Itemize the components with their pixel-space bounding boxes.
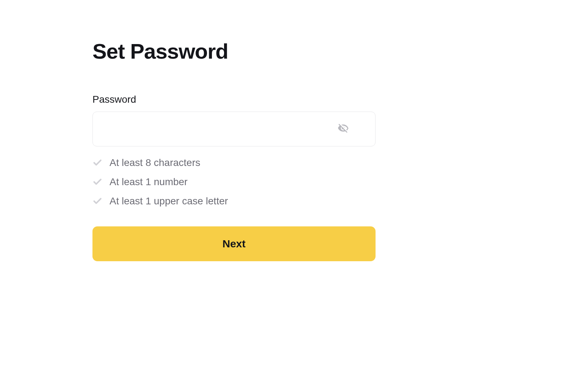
- password-requirements-list: At least 8 characters At least 1 number …: [92, 157, 376, 207]
- requirement-text: At least 8 characters: [110, 157, 200, 168]
- check-icon: [92, 158, 102, 168]
- requirement-text: At least 1 upper case letter: [110, 195, 228, 207]
- requirement-text: At least 1 number: [110, 176, 187, 188]
- password-label: Password: [92, 94, 376, 105]
- eye-off-icon: [337, 123, 349, 135]
- next-button[interactable]: Next: [92, 226, 376, 261]
- requirement-item: At least 1 number: [92, 176, 376, 188]
- check-icon: [92, 196, 102, 206]
- requirement-item: At least 8 characters: [92, 157, 376, 168]
- requirement-item: At least 1 upper case letter: [92, 195, 376, 207]
- page-title: Set Password: [92, 39, 376, 64]
- password-input[interactable]: [103, 112, 336, 146]
- check-icon: [92, 177, 102, 187]
- password-input-wrapper: [92, 112, 376, 146]
- set-password-form: Set Password Password At least 8 charact…: [92, 39, 376, 261]
- toggle-password-visibility-button[interactable]: [336, 122, 350, 136]
